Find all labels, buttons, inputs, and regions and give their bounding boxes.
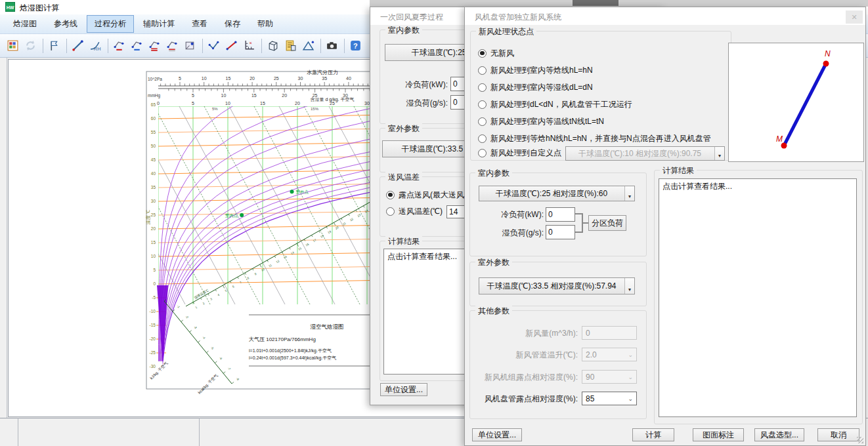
calculate-button[interactable]: 计算 [632,428,674,441]
menu-item-2[interactable]: 过程分析 [87,15,134,33]
window-title: 焓湿图计算 [20,3,59,14]
other-param-field-3[interactable]: 85⌄ [582,392,637,405]
chevron-down-icon: ▾ [624,278,634,294]
field-value: 85 [586,394,594,403]
svg-text:大气压 102170Pa/766mmHg: 大气压 102170Pa/766mmHg [249,336,316,342]
state-point-icon[interactable] [182,37,198,54]
result-box: 点击计算查看结果... [659,178,857,417]
refresh-icon [22,37,39,54]
indoor-state-button[interactable]: 干球温度(℃):25 相对湿度(%):60 ▾ [479,186,635,201]
unit-settings-button[interactable]: 单位设置... [472,428,522,441]
zone-load-button[interactable]: 分区负荷 [588,215,626,231]
radio-label: 新风处理到dL<dN，风机盘管干工况运行 [490,99,632,110]
field-value: 2.0 [586,350,597,359]
unit-settings-button[interactable]: 单位设置... [380,383,427,396]
fresh-air-option-5[interactable]: 新风处理到等焓hN线hL=hN，并直接与N点混合再进入风机盘管 [478,133,711,144]
cooling-load-label: 冷负荷(kW): [485,209,544,220]
delta-icon[interactable] [300,37,316,54]
svg-text:25: 25 [274,76,279,81]
camera-icon[interactable] [324,37,340,54]
outdoor-state-button[interactable]: 干球温度(℃):33.5 相对湿度(%):57.94 ▾ [479,277,635,294]
toolbar-separator [320,39,321,53]
calc-table-icon[interactable] [282,37,299,54]
svg-text:65: 65 [151,102,156,107]
menu-item-0[interactable]: 焓湿图 [5,15,45,33]
palette-icon[interactable] [5,37,21,54]
supply-option-1[interactable]: 送风温差(℃) [386,206,443,216]
menu-item-5[interactable]: 保存 [217,15,248,33]
fresh-air-option-0[interactable]: 无新风 [478,48,514,58]
svg-text:20: 20 [151,226,156,231]
radio-label: 无新风 [490,48,514,59]
rh-curve-icon[interactable]: RH [87,37,104,54]
process-line [784,64,826,146]
svg-text:15: 15 [226,76,231,81]
process-humidify-icon[interactable] [146,37,163,54]
chevron-down-icon: ▾ [624,186,634,201]
indoor-state-label: 干球温度(℃):25 相对湿度(%):60 [496,188,607,199]
svg-text:35: 35 [322,76,327,81]
moisture-load-input[interactable] [546,225,575,239]
point-n-marker [823,61,829,67]
radio-circle-icon [478,117,487,126]
chevron-down-icon: ⌄ [628,374,633,380]
radio-label: 送风温差(℃) [399,206,443,217]
svg-text:30: 30 [364,101,370,106]
help-icon[interactable]: ? [347,37,364,54]
svg-text:25: 25 [330,101,335,106]
svg-text:×: × [250,40,252,46]
fresh-air-option-4[interactable]: 新风处理到室内等温线tN线tL=tN [478,116,604,127]
dialog-title: 风机盘管加独立新风系统 [475,12,561,23]
svg-text:0: 0 [157,101,160,106]
line-tool-icon[interactable] [70,37,86,54]
other-param-field-0: 0 [582,326,637,340]
group-label: 计算结果 [385,236,422,247]
menu-item-6[interactable]: 帮助 [250,15,281,33]
fresh-air-option-3[interactable]: 新风处理到dL<dN，风机盘管干工况运行 [478,99,632,110]
dialog-fancoil-fresh-air: 风机盘管加独立新风系统 ✕ 新风处理状态点 无新风新风处理到室内等焓线hL=hN… [464,7,866,446]
app-icon: HW [5,2,15,12]
moisture-load-label: 湿负荷(g/s): [386,98,448,109]
dialog-titlebar[interactable]: 风机盘管加独立新风系统 [465,7,865,25]
polyline-icon[interactable] [206,37,222,54]
process-dehumidify-icon[interactable] [164,37,181,54]
chevron-down-icon: ⌄ [628,352,633,358]
red-line-icon[interactable] [223,37,240,54]
svg-text:15%: 15% [311,107,319,111]
radio-label: 新风处理到室内等温线tN线tL=tN [490,116,604,127]
menu-item-3[interactable]: 辅助计算 [135,15,183,33]
fresh-air-option-2[interactable]: 新风处理到室内等湿线dL=dN [478,82,593,92]
menu-item-1[interactable]: 参考线 [46,15,85,33]
box-3d-icon[interactable] [265,37,281,54]
annotate-drawing-button[interactable]: 图面标注 [693,428,744,441]
menu-item-4[interactable]: 查看 [184,15,215,33]
svg-text:45: 45 [151,157,156,162]
svg-text:50: 50 [151,144,156,148]
close-icon[interactable]: ✕ [846,10,863,24]
cancel-button[interactable]: 取消 [817,428,859,441]
cooling-load-input[interactable] [546,207,575,222]
fresh-air-option-1[interactable]: 新风处理到室内等焓线hL=hN [478,65,593,75]
svg-text:-20: -20 [150,336,156,341]
process-cooling-icon[interactable] [111,37,127,54]
group-label: 室内参数 [475,168,512,179]
other-param-field-2: 90⌄ [582,370,637,384]
svg-text:40: 40 [346,76,351,81]
flag-icon[interactable] [46,37,62,54]
svg-text:-25: -25 [150,350,156,355]
cooling-load-label: 冷负荷(kW): [389,79,448,91]
radio-circle-icon [478,149,487,157]
process-heating-icon[interactable] [129,37,145,54]
svg-text:20: 20 [250,76,255,81]
fresh-air-option-6[interactable]: 新风处理到自定义点 [478,148,561,158]
svg-text:i=1.01t+0.001d(2500+1.84t)kJ/k: i=1.01t+0.001d(2500+1.84t)kJ/kg.干空气 [249,348,332,354]
axes-icon[interactable]: × [241,37,257,54]
svg-text:55: 55 [151,130,156,134]
fancoil-selection-button[interactable]: 风盘选型... [754,428,804,441]
svg-text:-15: -15 [150,323,156,327]
resize-grip[interactable] [857,437,863,443]
svg-text:5: 5 [153,268,156,272]
radio-circle-icon [386,207,395,216]
radio-circle-icon [386,191,395,199]
moisture-load-label: 湿负荷(g/s): [482,228,544,239]
